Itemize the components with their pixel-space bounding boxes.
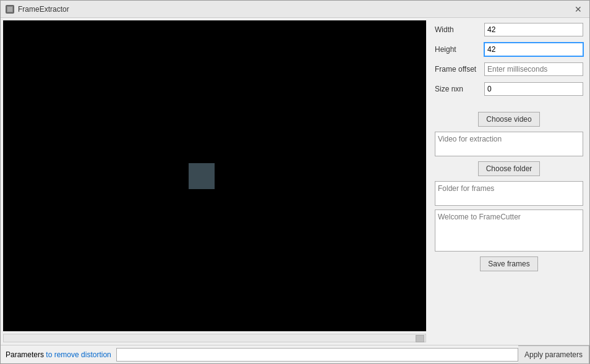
video-preview <box>3 20 426 331</box>
horizontal-scrollbar[interactable] <box>3 334 426 342</box>
width-input[interactable] <box>484 23 583 36</box>
title-bar: FrameExtractor ✕ <box>1 1 589 18</box>
size-nxn-input[interactable] <box>484 82 583 96</box>
frame-offset-row: Frame offset <box>435 62 583 76</box>
close-button[interactable]: ✕ <box>572 3 584 15</box>
app-icon <box>6 5 14 14</box>
size-nxn-row: Size nxn <box>435 82 583 96</box>
params-input[interactable] <box>116 348 518 362</box>
choose-video-row: Choose video <box>435 112 583 127</box>
height-input[interactable] <box>484 43 583 56</box>
frame-offset-input[interactable] <box>484 62 583 76</box>
svg-rect-1 <box>7 7 12 12</box>
window-title: FrameExtractor <box>18 5 69 14</box>
bottom-bar: Parameters to remove distortion Apply pa… <box>1 345 589 363</box>
params-label: Parameters to remove distortion <box>1 350 116 359</box>
right-panel: Width Height Frame offset Size nxn C <box>429 18 589 345</box>
video-path-field[interactable] <box>435 132 583 156</box>
apply-parameters-button[interactable]: Apply parameters <box>518 345 589 364</box>
scrollbar-thumb[interactable] <box>416 335 424 342</box>
height-row: Height <box>435 43 583 56</box>
width-row: Width <box>435 23 583 36</box>
choose-folder-row: Choose folder <box>435 161 583 176</box>
log-area[interactable] <box>435 210 583 252</box>
folder-path-field[interactable] <box>435 181 583 206</box>
save-frames-button[interactable]: Save frames <box>480 256 537 271</box>
video-placeholder-rect <box>189 163 215 189</box>
params-link[interactable]: to remove distortion <box>46 350 111 359</box>
save-frames-row: Save frames <box>435 256 583 271</box>
main-window: FrameExtractor ✕ Width Height <box>0 0 590 364</box>
size-nxn-label: Size nxn <box>435 85 479 93</box>
choose-folder-button[interactable]: Choose folder <box>478 161 541 176</box>
frame-offset-label: Frame offset <box>435 65 479 74</box>
width-label: Width <box>435 25 479 34</box>
choose-video-button[interactable]: Choose video <box>478 112 539 127</box>
left-panel <box>1 18 429 345</box>
height-label: Height <box>435 45 479 54</box>
title-bar-left: FrameExtractor <box>6 5 69 14</box>
main-content: Width Height Frame offset Size nxn C <box>1 18 589 345</box>
